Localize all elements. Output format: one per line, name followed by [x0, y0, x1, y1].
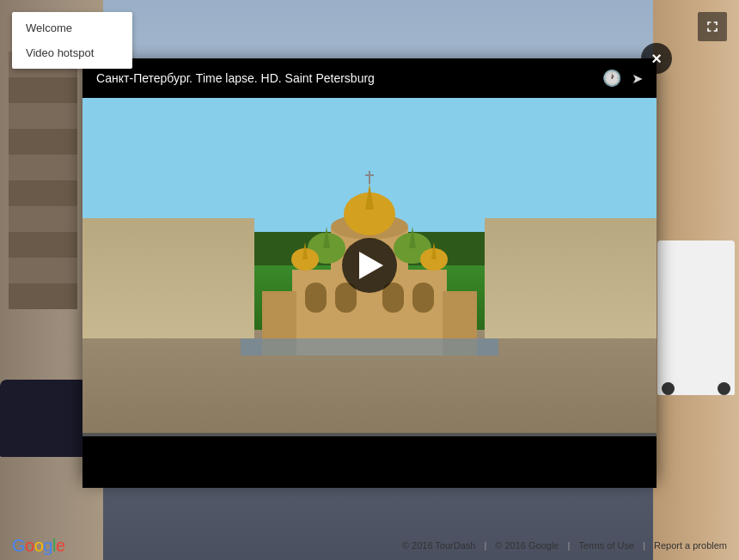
copyright-google: © 2016 Google — [495, 540, 559, 551]
dropdown-item-video-hotspot[interactable]: Video hotspot — [12, 40, 132, 65]
svg-rect-21 — [241, 338, 498, 356]
progress-bar[interactable] — [82, 433, 657, 436]
footer: Google © 2016 TourDash | © 2016 Google |… — [0, 531, 739, 560]
fullscreen-button[interactable] — [698, 12, 727, 41]
close-button[interactable]: × — [641, 43, 672, 74]
google-g2: g — [43, 536, 52, 556]
terms-of-use-link[interactable]: Terms of Use — [578, 540, 634, 551]
share-icon[interactable]: ➤ — [632, 70, 643, 87]
video-bottom-bar — [82, 436, 657, 488]
dropdown-item-welcome[interactable]: Welcome — [12, 15, 132, 40]
separator-2: | — [567, 540, 570, 551]
separator-1: | — [484, 540, 486, 551]
google-e: e — [56, 536, 65, 556]
svg-rect-4 — [412, 283, 434, 313]
video-building-left — [82, 218, 254, 338]
svg-rect-1 — [305, 283, 327, 313]
video-overlay: × Санкт-Петербург. Time lapse. HD. Saint… — [82, 58, 657, 479]
history-icon[interactable]: 🕐 — [602, 69, 621, 88]
footer-right: © 2016 TourDash | © 2016 Google | Terms … — [402, 540, 727, 551]
google-logo: Google — [12, 536, 65, 556]
car-left — [0, 380, 95, 457]
play-button[interactable] — [342, 238, 397, 293]
video-header: Санкт-Петербург. Time lapse. HD. Saint P… — [82, 58, 657, 98]
fullscreen-icon — [704, 18, 721, 35]
close-icon: × — [651, 49, 662, 69]
van — [657, 240, 735, 395]
google-o2: o — [34, 536, 44, 556]
report-problem-link[interactable]: Report a problem — [654, 540, 727, 551]
video-content[interactable] — [82, 98, 657, 433]
dropdown-menu: Welcome Video hotspot — [12, 12, 132, 69]
google-o1: o — [25, 536, 34, 556]
video-header-icons: 🕐 ➤ — [602, 69, 643, 88]
separator-3: | — [643, 540, 645, 551]
google-g: G — [12, 536, 25, 556]
video-building-right — [485, 218, 657, 338]
copyright-tourdash: © 2016 TourDash — [402, 540, 476, 551]
video-title: Санкт-Петербург. Time lapse. HD. Saint P… — [96, 71, 375, 85]
